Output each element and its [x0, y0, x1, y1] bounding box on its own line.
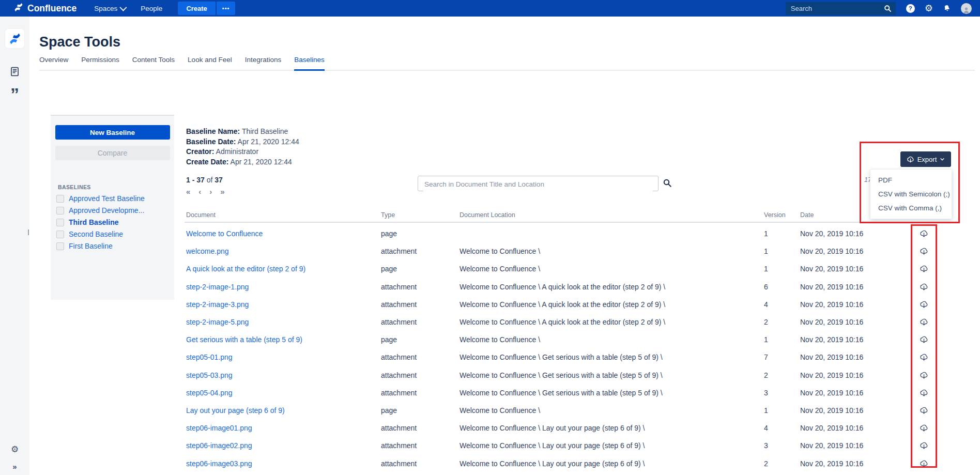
download-icon[interactable] [920, 353, 928, 362]
quotes-nav-button[interactable]: ” [10, 87, 19, 101]
type-cell: attachment [381, 247, 417, 255]
create-more-button[interactable]: ••• [217, 2, 236, 15]
bell-icon [942, 4, 952, 13]
download-icon[interactable] [920, 265, 928, 273]
document-search[interactable] [418, 176, 659, 191]
chevron-down-icon [940, 157, 945, 162]
admin-settings-button[interactable]: ⚙ [925, 4, 933, 13]
download-icon[interactable] [920, 388, 928, 397]
baseline-detail-label: Baseline Name: [186, 127, 240, 135]
export-menu-item-pdf[interactable]: PDF [870, 173, 952, 187]
location-cell: Welcome to Confluence \ A quick look at … [460, 283, 665, 291]
pages-nav-button[interactable] [9, 66, 20, 79]
baseline-link[interactable]: Approved Test Baseline [69, 194, 145, 203]
download-icon[interactable] [920, 335, 928, 344]
download-icon[interactable] [920, 441, 928, 450]
document-link[interactable]: step06-image03.png [186, 459, 252, 468]
nav-people[interactable]: People [141, 5, 162, 12]
tab-baselines[interactable]: Baselines [294, 56, 325, 71]
navbar-search[interactable] [786, 2, 896, 15]
space-settings-button[interactable]: ⚙ [11, 444, 19, 455]
search-icon[interactable] [663, 178, 672, 188]
new-baseline-button[interactable]: New Baseline [55, 125, 170, 140]
document-link[interactable]: welcome.png [186, 247, 229, 255]
type-cell: attachment [381, 318, 417, 326]
document-search-input[interactable] [423, 177, 653, 191]
baseline-item-approved-test-baseline[interactable]: Approved Test Baseline [56, 194, 174, 203]
table-row: step05-01.pngattachmentWelcome to Conflu… [29, 348, 980, 366]
baseline-detail-value: Administrator [214, 147, 258, 156]
tab-look-and-feel[interactable]: Look and Feel [188, 56, 232, 70]
location-cell: Welcome to Confluence \ [460, 247, 540, 255]
space-logo[interactable] [5, 29, 24, 48]
export-label: Export [917, 156, 937, 163]
space-tools-tabs: OverviewPermissionsContent ToolsLook and… [39, 56, 975, 71]
document-link[interactable]: step05-01.png [186, 353, 233, 361]
document-link[interactable]: step-2-image-3.png [186, 300, 249, 309]
document-link[interactable]: Lay out your page (step 6 of 9) [186, 406, 285, 415]
document-link[interactable]: Get serious with a table (step 5 of 9) [186, 335, 302, 344]
checkbox[interactable] [56, 195, 64, 203]
download-icon[interactable] [920, 247, 928, 256]
download-icon[interactable] [920, 318, 928, 327]
document-link[interactable]: A quick look at the editor (step 2 of 9) [186, 265, 305, 273]
pager-prev-button[interactable]: ‹ [198, 188, 201, 195]
confluence-logo[interactable]: Confluence [13, 2, 76, 15]
download-icon[interactable] [920, 300, 928, 309]
date-cell: Nov 20, 2019 10:16 [800, 265, 863, 273]
expand-sidebar-button[interactable]: » [12, 462, 17, 471]
date-cell: Nov 20, 2019 10:16 [800, 459, 863, 468]
tab-overview[interactable]: Overview [39, 56, 68, 70]
gear-icon: ⚙ [925, 4, 933, 13]
download-icon[interactable] [920, 424, 928, 433]
version-cell: 4 [764, 424, 768, 432]
date-cell: Nov 20, 2019 10:16 [800, 335, 863, 344]
date-cell: Nov 20, 2019 10:16 [800, 441, 863, 450]
date-cell: Nov 20, 2019 10:16 [800, 389, 863, 397]
help-button[interactable]: ? [906, 4, 915, 13]
download-icon[interactable] [920, 229, 928, 238]
pager-last-button[interactable]: » [220, 188, 224, 195]
create-button[interactable]: Create [178, 2, 215, 15]
baseline-details: Baseline Name: Third BaselineBaseline Da… [186, 127, 299, 167]
type-cell: attachment [381, 300, 417, 309]
version-cell: 3 [764, 389, 768, 397]
pager-first-button[interactable]: « [186, 188, 190, 195]
table-row: step05-04.pngattachmentWelcome to Conflu… [29, 384, 980, 402]
document-link[interactable]: Welcome to Confluence [186, 229, 263, 238]
confluence-app: Confluence Spaces People Create ••• ? ⚙ [0, 0, 980, 475]
date-cell: Nov 20, 2019 10:16 [800, 353, 863, 361]
type-cell: attachment [381, 459, 417, 468]
navbar-search-input[interactable] [786, 5, 884, 12]
notifications-button[interactable] [943, 4, 951, 12]
search-icon[interactable] [884, 5, 892, 12]
tab-permissions[interactable]: Permissions [81, 56, 119, 70]
tab-integrations[interactable]: Integrations [245, 56, 282, 70]
confluence-logo-icon [13, 2, 24, 15]
tab-content-tools[interactable]: Content Tools [132, 56, 175, 70]
column-header-document: Document [186, 211, 216, 219]
table-row: step06-image02.pngattachmentWelcome to C… [29, 437, 980, 454]
main-content: Space Tools OverviewPermissionsContent T… [29, 17, 980, 475]
export-menu-item-csv-with-semicolon[interactable]: CSV with Semicolon (;) [870, 187, 952, 201]
compare-button: Compare [55, 146, 170, 160]
nav-spaces[interactable]: Spaces [94, 5, 125, 12]
version-cell: 4 [764, 300, 768, 309]
document-link[interactable]: step06-image01.png [186, 424, 252, 432]
export-button[interactable]: Export [900, 151, 951, 167]
document-link[interactable]: step05-04.png [186, 389, 233, 397]
download-icon[interactable] [920, 282, 928, 291]
document-link[interactable]: step06-image02.png [186, 441, 252, 450]
download-icon[interactable] [920, 371, 928, 379]
version-cell: 6 [764, 283, 768, 291]
download-icon[interactable] [920, 459, 928, 468]
download-icon[interactable] [920, 406, 928, 415]
document-link[interactable]: step-2-image-1.png [186, 283, 249, 291]
table-row: step06-image01.pngattachmentWelcome to C… [29, 419, 980, 437]
profile-menu-button[interactable] [961, 3, 972, 14]
document-link[interactable]: step-2-image-5.png [186, 318, 249, 326]
date-cell: Nov 20, 2019 10:16 [800, 406, 863, 415]
document-link[interactable]: step05-03.png [186, 371, 233, 379]
pager-next-button[interactable]: › [209, 188, 212, 195]
baseline-detail-value: Apr 21, 2020 12:44 [236, 137, 299, 146]
